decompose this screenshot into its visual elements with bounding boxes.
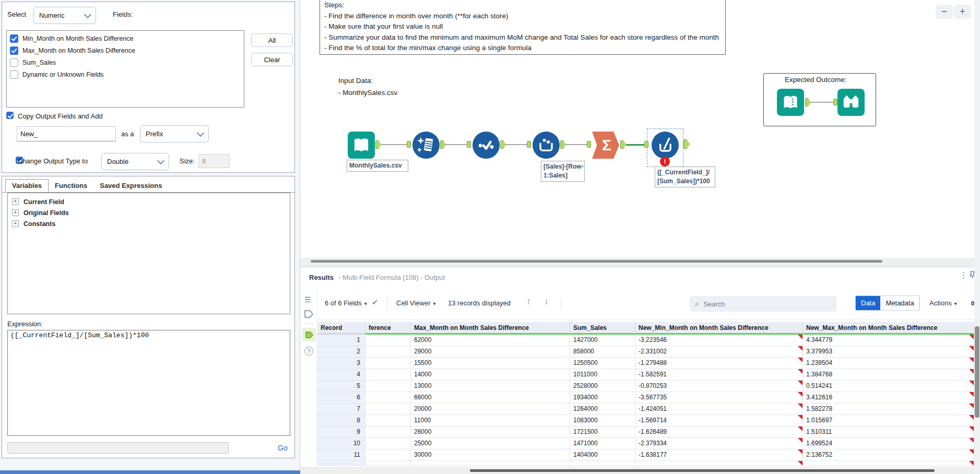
zoom-in-button[interactable]: + [954,5,971,19]
affix-dropdown[interactable]: Prefix [140,125,209,143]
fields-listbox[interactable]: Min_Month on Month Sales DifferenceMax_M… [6,30,244,108]
expression-editor[interactable]: ([_CurrentField_]/[Sum_Sales])*100 [7,330,290,436]
grid-cell[interactable] [365,404,411,415]
grid-cell[interactable] [570,461,635,466]
go-button[interactable]: Go [278,444,288,452]
tree-item[interactable]: +Constants [8,218,290,229]
multi-field-annotation[interactable]: ([_CurrentField_]/ [Sum_Sales])*100 [655,167,715,187]
grid-cell[interactable]: -1.638177 [635,449,803,461]
grid-cell[interactable]: 2.136752 [803,449,974,461]
record-cell[interactable]: 3 [317,358,365,369]
input-data-tool-icon[interactable] [777,89,804,116]
field-checkbox[interactable] [10,34,18,43]
record-cell[interactable]: 10 [317,438,365,449]
grid-cell[interactable]: 1427000 [570,335,635,346]
grid-cell[interactable]: 0.514241 [803,381,974,392]
grid-cell[interactable]: -2.331002 [635,346,803,358]
grid-cell[interactable]: 20000 [411,404,570,415]
grid-cell[interactable] [803,461,974,466]
grid-cell[interactable]: -2.379334 [635,438,803,449]
cell-viewer-dropdown[interactable]: Cell Viewer▾ [396,299,436,307]
grid-cell[interactable]: -1.279488 [635,358,803,369]
grid-cell[interactable]: 3.379953 [803,346,974,358]
data-tab[interactable]: Data [856,296,880,310]
record-cell[interactable]: 8 [317,415,365,426]
field-checkbox-item[interactable]: Dynamic or Unknown Fields [7,68,244,80]
steps-comment-box[interactable]: Steps:- Find the difference in month ove… [320,0,726,55]
select-type-dropdown[interactable]: Numeric [33,7,96,24]
canvas-hscrollbar-thumb[interactable] [311,260,882,263]
input-anchor[interactable] [467,141,471,148]
input-anchor[interactable] [587,141,591,148]
zoom-out-button[interactable]: − [936,5,953,19]
grid-cell[interactable]: 1011000 [570,369,635,381]
grid-cell[interactable]: 4.344779 [803,335,974,346]
grid-cell[interactable] [365,369,411,381]
grid-cell[interactable]: 1250500 [570,358,635,369]
grid-cell[interactable]: 1.015697 [803,415,974,426]
grid-cell[interactable]: 1264000 [570,404,635,415]
browse-tool-icon[interactable] [837,89,865,116]
expected-outcome-box[interactable]: Expected Outcome: [763,73,876,126]
grid-cell[interactable]: 1.239504 [803,358,974,369]
column-header[interactable]: Sum_Sales [570,322,635,335]
grid-cell[interactable]: 14000 [411,369,570,381]
grid-cell[interactable] [317,461,365,466]
selected-connection-wire[interactable] [626,144,647,146]
connection-wire[interactable] [506,144,527,145]
table-row[interactable]: 5130002528000-0.8702530.514241 [317,381,974,392]
input-anchor-toggle[interactable] [304,310,313,320]
grid-cell[interactable]: 66000 [411,392,570,404]
grid-cell[interactable]: 15500 [411,358,570,369]
grid-cell[interactable]: 29000 [411,346,570,358]
grid-cell[interactable]: 11000 [411,415,570,426]
fields-count-dropdown[interactable]: 6 of 6 Fields▾ [325,299,367,307]
grid-cell[interactable]: -3.567735 [635,392,803,404]
actions-dropdown[interactable]: Actions▾ [929,299,957,307]
expander-icon[interactable]: + [12,198,19,205]
multi-row-formula-tool[interactable] [533,132,560,159]
new-field-name-input[interactable] [17,126,116,141]
grid-cell[interactable]: 62000 [411,335,570,346]
results-hscrollbar[interactable] [300,467,974,474]
grid-cell[interactable]: -0.870253 [635,381,803,392]
field-checkbox[interactable] [10,58,18,67]
input-anchor[interactable] [527,141,531,148]
apply-check-icon[interactable]: ✔ [372,298,379,307]
input-tool-annotation[interactable]: MonthlySales.csv [347,160,408,172]
data-cleansing-tool[interactable] [412,132,440,159]
grid-cell[interactable]: 3.412616 [803,392,974,404]
record-cell[interactable]: 6 [317,392,365,404]
multi-field-formula-tool[interactable] [652,132,679,159]
copy-output-checkbox[interactable] [6,112,14,119]
expression-hscrollbar[interactable] [7,442,229,454]
grid-cell[interactable] [365,358,411,369]
grid-cell[interactable]: 858000 [570,346,635,358]
field-checkbox-item[interactable]: Min_Month on Month Sales Difference [7,32,244,44]
record-cell[interactable]: 9 [317,426,365,438]
clear-button[interactable]: Clear [251,53,293,66]
column-header[interactable]: Max_Month on Month Sales Difference [411,322,570,335]
table-row[interactable]: 10250001471000-2.3793341.699524 [317,438,974,449]
vertical-scrollbar-thumb[interactable] [975,326,979,418]
table-row[interactable]: 8110001083000-1.5697141.015697 [317,415,974,426]
grid-cell[interactable]: -1.424051 [635,404,803,415]
table-row[interactable]: 3155001250500-1.2794881.239504 [317,358,974,369]
grid-cell[interactable]: 13000 [411,381,570,392]
grid-cell[interactable] [365,392,411,404]
connection-wire[interactable] [381,144,407,145]
output-anchor[interactable] [805,98,811,106]
tab-functions[interactable]: Functions [49,180,93,192]
table-row[interactable] [317,461,974,466]
record-cell[interactable]: 11 [317,449,365,461]
column-header[interactable]: ference [365,322,411,335]
grid-cell[interactable] [635,461,803,466]
input-anchor[interactable] [407,141,411,148]
tab-variables[interactable]: Variables [5,179,49,192]
record-cell[interactable]: 7 [317,404,365,415]
grid-cell[interactable]: 1083000 [570,415,635,426]
grid-cell[interactable] [365,438,411,449]
table-row[interactable]: 229000858000-2.3310023.379953 [317,346,974,358]
grid-cell[interactable] [411,461,570,466]
input-anchor[interactable] [833,99,837,105]
